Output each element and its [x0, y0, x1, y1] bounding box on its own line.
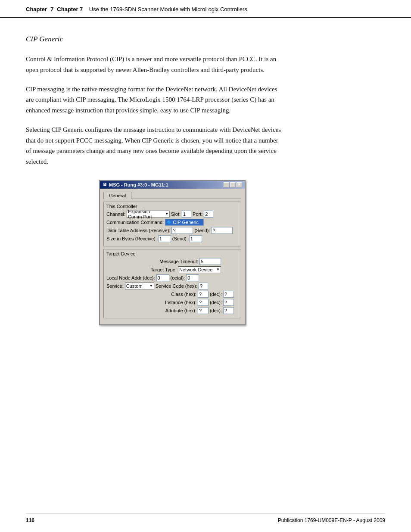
group-target-title: Target Device	[106, 251, 238, 256]
instance-dec-input[interactable]	[223, 299, 234, 306]
timeout-label: Message Timeout:	[159, 259, 198, 264]
class-dec-label: (dec):	[210, 292, 222, 297]
publication-info: Publication 1769-UM009E-EN-P - August 20…	[278, 517, 385, 523]
paragraph-1: Control & Information Protocol (CIP) is …	[26, 54, 284, 75]
comm-command-row: Communication Command: 🔷 CIP Generic	[106, 219, 238, 226]
paragraph-2: CIP messaging is the native messaging fo…	[26, 84, 284, 116]
class-label: Class (hex):	[171, 292, 196, 297]
service-combo[interactable]: Custom ▼	[125, 283, 154, 289]
local-node-label: Local Node Addr (dec):	[106, 275, 155, 280]
page-content: CIP Generic Control & Information Protoc…	[0, 18, 411, 351]
instance-label: Instance (hex):	[165, 300, 196, 305]
titlebar-left: 🖥 MSG - Rung #3:0 - MG11:1	[103, 182, 168, 187]
size-send-label: (Send):	[172, 236, 188, 241]
win-icon: 🖥	[103, 182, 107, 187]
win-tabs: General	[103, 191, 241, 199]
timeout-row: Message Timeout:	[106, 258, 221, 265]
local-node-row: Local Node Addr (dec): (octal):	[106, 274, 238, 281]
data-table-label: Data Table Address (Receive):	[106, 228, 170, 233]
tab-general[interactable]: General	[103, 192, 131, 199]
instance-row: Instance (hex): (dec):	[106, 299, 234, 306]
comm-icon: 🔷	[167, 220, 171, 224]
chapter-label: Chapter	[26, 6, 47, 12]
local-node-input[interactable]	[156, 274, 169, 281]
size-send-input[interactable]	[189, 235, 202, 242]
attribute-label: Attribute (hex):	[165, 308, 196, 313]
target-type-value: Network Device	[179, 267, 212, 272]
target-type-row: Target Type: Network Device ▼	[106, 266, 221, 273]
channel-combo-arrow: ▼	[165, 212, 168, 216]
slot-label: Slot:	[171, 212, 181, 217]
dialog-screenshot: 🖥 MSG - Rung #3:0 - MG11:1 _ □ ✕ General…	[99, 180, 246, 325]
channel-value: Expansion Comm Port	[128, 209, 164, 219]
class-dec-input[interactable]	[223, 291, 234, 298]
service-code-input[interactable]	[199, 283, 208, 289]
class-row: Class (hex): (dec):	[106, 291, 234, 298]
attribute-dec-label: (dec):	[210, 308, 222, 313]
header-chapter-title: Chapter 7 Use the 1769-SDN Scanner Modul…	[57, 6, 247, 12]
group-controller-title: This Controller	[106, 204, 238, 209]
comm-label: Communication Command:	[106, 220, 164, 225]
page-footer: 116 Publication 1769-UM009E-EN-P - Augus…	[26, 513, 385, 523]
win-body: General This Controller Channel: Expansi…	[100, 189, 245, 324]
close-icon[interactable]: ✕	[237, 182, 242, 187]
data-table-send-label: (Send):	[194, 228, 210, 233]
service-label: Service:	[106, 283, 124, 289]
size-row: Size in Bytes (Receive): (Send):	[106, 235, 238, 242]
paragraph-3: Selecting CIP Generic configures the mes…	[26, 124, 284, 167]
octal-label: (octal):	[171, 275, 185, 280]
page-number: 116	[26, 517, 34, 523]
comm-value[interactable]: 🔷 CIP Generic	[165, 219, 204, 226]
data-table-send-input[interactable]	[211, 227, 233, 234]
service-row: Service: Custom ▼ Service Code (hex):	[106, 283, 238, 289]
channel-label: Channel:	[106, 212, 125, 217]
group-target: Target Device Message Timeout: Target Ty…	[103, 249, 241, 318]
titlebar-buttons: _ □ ✕	[224, 182, 242, 187]
data-table-receive-input[interactable]	[171, 227, 193, 234]
service-arrow: ▼	[149, 284, 153, 288]
comm-value-text: CIP Generic	[173, 220, 199, 225]
target-type-combo[interactable]: Network Device ▼	[178, 266, 221, 273]
port-label: Port:	[193, 212, 202, 217]
data-table-row: Data Table Address (Receive): (Send):	[106, 227, 238, 234]
channel-row: Channel: Expansion Comm Port ▼ Slot: Por…	[106, 211, 238, 218]
class-hex-input[interactable]	[198, 291, 209, 298]
maximize-icon[interactable]: □	[230, 182, 236, 187]
minimize-icon[interactable]: _	[224, 182, 229, 187]
page-header: Chapter 7 Chapter 7 Use the 1769-SDN Sca…	[0, 0, 411, 18]
port-input[interactable]	[204, 211, 213, 218]
target-type-arrow: ▼	[216, 268, 220, 271]
slot-input[interactable]	[182, 211, 191, 218]
octal-input[interactable]	[186, 274, 199, 281]
win-dialog: 🖥 MSG - Rung #3:0 - MG11:1 _ □ ✕ General…	[99, 180, 246, 325]
service-code-label: Service Code (hex):	[156, 283, 197, 289]
timeout-input[interactable]	[199, 258, 221, 265]
group-controller: This Controller Channel: Expansion Comm …	[103, 202, 241, 246]
instance-dec-label: (dec):	[210, 300, 222, 305]
instance-hex-input[interactable]	[198, 299, 209, 306]
section-title: CIP Generic	[26, 35, 385, 44]
win-titlebar: 🖥 MSG - Rung #3:0 - MG11:1 _ □ ✕	[100, 181, 245, 189]
win-title-text: MSG - Rung #3:0 - MG11:1	[109, 182, 168, 187]
chapter-num-bold: Chapter 7	[57, 6, 83, 12]
service-value: Custom	[126, 283, 143, 289]
size-receive-input[interactable]	[158, 235, 171, 242]
attribute-dec-input[interactable]	[223, 307, 234, 314]
attribute-hex-input[interactable]	[198, 307, 209, 314]
target-type-label: Target Type:	[151, 267, 177, 272]
channel-combo[interactable]: Expansion Comm Port ▼	[127, 211, 170, 218]
chapter-number: 7	[50, 6, 53, 12]
attribute-row: Attribute (hex): (dec):	[106, 307, 234, 314]
size-label: Size in Bytes (Receive):	[106, 236, 157, 241]
